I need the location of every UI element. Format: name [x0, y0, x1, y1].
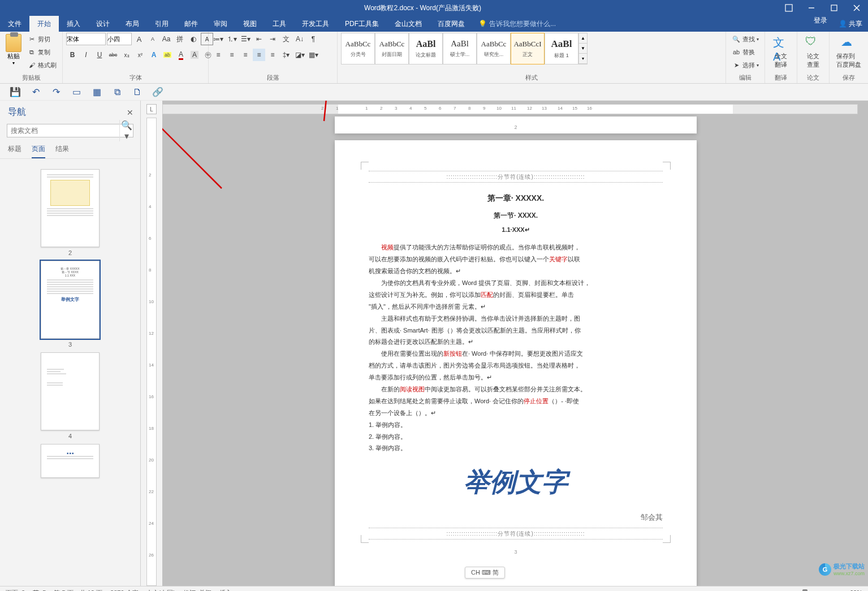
tab-home[interactable]: 开始 — [29, 16, 59, 32]
tab-pdf[interactable]: PDF工具集 — [337, 16, 387, 32]
copy-button[interactable]: ⧉复制 — [25, 46, 59, 58]
superscript-button[interactable]: x² — [134, 49, 146, 61]
qat-btn-5[interactable]: ▦ — [90, 86, 103, 98]
thumb-page-4[interactable] — [41, 352, 100, 430]
tab-baidu[interactable]: 百度网盘 — [430, 16, 473, 32]
qat-btn-7[interactable]: 🗋 — [131, 86, 144, 98]
view-web-icon[interactable]: ▭ — [749, 589, 754, 592]
style-thesistitle[interactable]: AaBl论文标题 — [409, 33, 443, 64]
style-coverdate[interactable]: AaBbCc封面日期 — [375, 33, 409, 64]
style-heading1[interactable]: AaBl标题 1 — [545, 33, 578, 64]
align-center-button[interactable]: ≡ — [226, 49, 238, 61]
find-button[interactable]: 🔍查找▾ — [729, 33, 761, 45]
save-icon[interactable]: 💾 — [9, 86, 21, 98]
tab-review[interactable]: 审阅 — [206, 16, 235, 32]
thumb-page-5[interactable]: ■ ■ ■ — [41, 444, 100, 478]
justify-button[interactable]: ≡ — [253, 49, 265, 61]
view-print-icon[interactable]: ▦ — [735, 589, 741, 592]
tab-references[interactable]: 引用 — [147, 16, 176, 32]
status-insert[interactable]: 插入 — [219, 589, 232, 592]
increase-indent-button[interactable]: ⇥ — [266, 33, 279, 45]
nav-search-icon[interactable]: 🔍▾ — [119, 120, 133, 141]
grow-font-button[interactable]: A — [133, 33, 145, 45]
line-spacing-button[interactable]: ‡▾ — [280, 49, 292, 61]
minimize-icon[interactable] — [800, 0, 823, 16]
share-button[interactable]: 👤 共享 — [833, 16, 868, 32]
ime-indicator[interactable]: CH ⌨ 简 — [465, 567, 505, 579]
styles-gallery[interactable]: AaBbCc分类号 AaBbCc封面日期 AaBl论文标题 AaBl硕士学...… — [341, 33, 588, 64]
horizontal-ruler[interactable]: 2 1 1 2 3 4 5 6 7 8 9 10 11 12 13 14 15 … — [162, 104, 858, 114]
nav-tab-results[interactable]: 结果 — [55, 144, 69, 158]
login-link[interactable]: 登录 — [808, 16, 833, 32]
qat-btn-8[interactable]: 🔗 — [152, 86, 164, 98]
ribbon-options-icon[interactable] — [778, 0, 800, 16]
tabstop-selector[interactable]: L — [146, 104, 157, 114]
thumb-page-2[interactable] — [41, 169, 100, 247]
style-master[interactable]: AaBl硕士学... — [443, 33, 477, 64]
text-effect-button[interactable]: A — [148, 49, 160, 61]
subscript-button[interactable]: x₂ — [120, 49, 133, 61]
style-category[interactable]: AaBbCc分类号 — [341, 33, 375, 64]
nav-close-icon[interactable]: ✕ — [127, 108, 133, 117]
save-baidu-button[interactable]: ☁ 保存到 百度网盘 — [833, 33, 865, 69]
select-button[interactable]: ➤选择▾ — [729, 59, 761, 71]
tab-view[interactable]: 视图 — [235, 16, 265, 32]
maximize-icon[interactable] — [823, 0, 845, 16]
style-research[interactable]: AaBbCc研究生... — [477, 33, 511, 64]
text-direction-button[interactable]: 文 — [280, 33, 292, 45]
paste-button[interactable]: 粘贴 ▾ — [3, 33, 24, 66]
close-icon[interactable] — [845, 0, 868, 16]
numbering-button[interactable]: ⒈▾ — [226, 33, 238, 45]
redo-icon[interactable]: ↷ — [50, 86, 62, 98]
styles-scroll[interactable]: ▲▼▾ — [578, 33, 588, 64]
tab-file[interactable]: 文件 — [0, 16, 29, 32]
status-section[interactable]: 节: 5 — [33, 589, 46, 592]
tab-layout[interactable]: 布局 — [118, 16, 147, 32]
bold-button[interactable]: B — [66, 49, 79, 61]
format-painter-button[interactable]: 🖌格式刷 — [25, 59, 59, 71]
page-current[interactable]: ::::::::::::::::::::::::分节符(连续):::::::::… — [335, 140, 697, 586]
multilevel-button[interactable]: ☰▾ — [239, 33, 252, 45]
highlight-button[interactable]: ab — [161, 49, 174, 61]
nav-search[interactable]: 🔍▾ — [7, 124, 133, 137]
status-track[interactable]: 修订: 关闭 — [183, 589, 211, 592]
phonetic-button[interactable]: 拼 — [174, 33, 186, 45]
tab-mailings[interactable]: 邮件 — [176, 16, 206, 32]
tell-me[interactable]: 💡 告诉我您想要做什么... — [478, 16, 556, 32]
status-page[interactable]: 页面: 3 — [6, 589, 25, 592]
tab-design[interactable]: 设计 — [88, 16, 118, 32]
tab-tools[interactable]: 工具 — [265, 16, 294, 32]
decrease-indent-button[interactable]: ⇤ — [253, 33, 265, 45]
nav-tab-headings[interactable]: 标题 — [8, 144, 21, 158]
status-lang[interactable]: 中文(中国) — [146, 589, 175, 592]
replace-button[interactable]: ab替换 — [729, 46, 761, 58]
shrink-font-button[interactable]: A — [146, 33, 159, 45]
distribute-button[interactable]: ≡ — [266, 49, 279, 61]
qat-btn-4[interactable]: ▭ — [70, 86, 83, 98]
tab-jinshan[interactable]: 金山文档 — [387, 16, 430, 32]
char-shading-button[interactable]: A — [188, 49, 201, 61]
tab-insert[interactable]: 插入 — [59, 16, 88, 32]
style-normal[interactable]: AaBbCcI正文 — [511, 33, 545, 64]
undo-icon[interactable]: ↶ — [29, 86, 42, 98]
underline-button[interactable]: U — [93, 49, 106, 61]
status-words[interactable]: 2879 个字 — [110, 589, 139, 592]
cut-button[interactable]: ✂剪切 — [25, 33, 59, 45]
thumb-page-3[interactable]: 第一章 XXXXX第一节 XXXX1.1 XXX 举例文字 — [41, 261, 100, 339]
shading-button[interactable]: ◪▾ — [293, 49, 306, 61]
view-read-icon[interactable]: ▤ — [722, 589, 727, 592]
status-pagecount[interactable]: 第 5 页，共 12 页 — [54, 589, 102, 592]
status-macro-icon[interactable]: ▶ — [240, 589, 244, 592]
translate-button[interactable]: 文A 全文 翻译 — [768, 33, 793, 69]
tab-dev[interactable]: 开发工具 — [294, 16, 337, 32]
clear-format-button[interactable]: ◐ — [187, 33, 200, 45]
align-left-button[interactable]: ≡ — [212, 49, 224, 61]
bullets-button[interactable]: ≔▾ — [212, 33, 224, 45]
strike-button[interactable]: abc — [107, 49, 119, 61]
nav-tab-pages[interactable]: 页面 — [32, 144, 45, 158]
dupcheck-button[interactable]: 🛡 论文 查重 — [801, 33, 826, 69]
align-right-button[interactable]: ≡ — [239, 49, 252, 61]
qat-btn-6[interactable]: ⧉ — [111, 86, 123, 98]
vertical-ruler[interactable]: 2 4 6 8 10 12 14 16 18 20 22 24 26 — [146, 118, 157, 586]
change-case-button[interactable]: Aa — [160, 33, 172, 45]
